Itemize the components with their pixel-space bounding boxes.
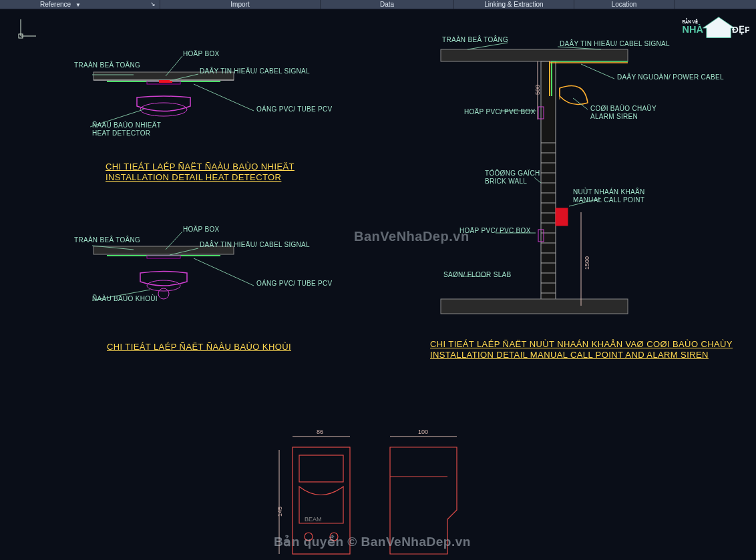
watermark-bottom: Bản quyền © BanVeNhaDep.vn bbox=[274, 534, 471, 549]
lbl2-box: HOÄP BOX bbox=[183, 226, 219, 233]
lbl3-wall2: BRICK WALL bbox=[485, 178, 527, 185]
svg-line-52 bbox=[581, 64, 614, 79]
title-smoke: CHI TIEÁT LAÉP ÑAËT ÑAÀU BAÙO KHOÙI bbox=[107, 342, 291, 352]
svg-line-23 bbox=[194, 258, 254, 286]
ribbon-location[interactable]: Location bbox=[574, 0, 675, 9]
lbl-det2: HEAT DETECTOR bbox=[92, 129, 150, 137]
dialog-launcher-icon[interactable]: ↘ bbox=[150, 1, 156, 7]
dim4-w2: 100 bbox=[418, 429, 428, 435]
lbl3-power: DAÂY NGUOÀN/ POWER CABEL bbox=[617, 73, 724, 81]
lbl3-ceiling: TRAÀN BEÂ TOÂNG bbox=[442, 36, 508, 43]
ribbon-data[interactable]: Data bbox=[321, 0, 454, 9]
watermark-center: BanVeNhaDep.vn bbox=[354, 229, 469, 244]
lbl3-mcp2: MANUAL CALL POINT bbox=[573, 196, 644, 204]
ribbon-linking[interactable]: Linking & Extraction bbox=[454, 0, 574, 9]
svg-rect-25 bbox=[441, 49, 628, 61]
lbl3-pvc2: HOÄP PVC/ PVC BOX bbox=[459, 227, 531, 234]
dim4-w1: 86 bbox=[317, 429, 323, 435]
ribbon-label: Import bbox=[230, 1, 249, 8]
ribbon-label: Linking & Extraction bbox=[484, 1, 543, 8]
lbl3-mcp1: NUÙT NHAÁN KHAÅN bbox=[573, 188, 644, 196]
lbl2-det: ÑAÀU BAÙO KHOÙI bbox=[92, 295, 158, 302]
lbl3-wall1: TÖÔØNG GAÏCH bbox=[485, 170, 540, 177]
title-mcp2: INSTALLATION DETAIL MANUAL CALL POINT AN… bbox=[430, 350, 709, 360]
ribbon-reference[interactable]: Reference ▼ ↘ bbox=[0, 0, 160, 9]
svg-rect-60 bbox=[299, 455, 343, 482]
title-heat2: INSTALLATION DETAIL HEAT DETECTOR bbox=[106, 172, 281, 182]
drawing-layer bbox=[0, 9, 756, 560]
ribbon-label: Reference bbox=[40, 1, 71, 8]
title-mcp1: CHI TIEÁT LAÉP ÑAËT NUÙT NHAÁN KHAÅN VAØ… bbox=[430, 339, 733, 349]
drawing-canvas[interactable]: BẢN VẼ NHÀ ĐẸP bbox=[0, 9, 756, 560]
title-heat1: CHI TIEÁT LAÉP ÑAËT ÑAÀU BAÙO NHIEÄT bbox=[106, 162, 295, 172]
lbl-signal: DAÂY TIN HIEÄU/ CABEL SIGNAL bbox=[200, 67, 310, 75]
svg-line-55 bbox=[534, 178, 541, 183]
lbl3-signal: DAÂY TIN HIEÄU/ CABEL SIGNAL bbox=[560, 40, 670, 47]
lbl2-signal: DAÂY TIN HIEÄU/ CABEL SIGNAL bbox=[200, 241, 310, 248]
lbl2-tube: OÁNG PVC/ TUBE PCV bbox=[256, 280, 333, 287]
lbl3-siren2: ALARM SIREN bbox=[590, 113, 638, 120]
dim3-top: 500 bbox=[534, 85, 541, 95]
lbl3-pvc: HOÄP PVC/ PVC BOX bbox=[464, 108, 536, 115]
lbl3-siren1: COØI BAÙO CHAÙY bbox=[590, 105, 656, 112]
lbl3-floor: SAØN/ FLOOR SLAB bbox=[443, 271, 512, 278]
svg-rect-43 bbox=[441, 299, 628, 314]
chevron-down-icon: ▼ bbox=[75, 2, 81, 8]
ribbon-import[interactable]: Import bbox=[160, 0, 321, 9]
svg-line-13 bbox=[194, 84, 254, 111]
svg-line-50 bbox=[467, 43, 508, 49]
ribbon-label: Location bbox=[612, 1, 637, 8]
lbl-beam: BEAM bbox=[305, 516, 322, 523]
lbl-tube: OÁNG PVC/ TUBE PCV bbox=[256, 105, 333, 113]
svg-rect-46 bbox=[556, 208, 568, 226]
ribbon-label: Data bbox=[380, 1, 394, 8]
dim4-h: 145 bbox=[276, 507, 283, 517]
svg-point-19 bbox=[158, 288, 169, 299]
svg-rect-26 bbox=[541, 61, 556, 306]
lbl-ceiling: TRAÀN BEÂ TOÂNG bbox=[74, 61, 140, 69]
lbl2-ceiling: TRAÀN BEÂ TOÂNG bbox=[74, 236, 140, 244]
dim3-side: 1500 bbox=[584, 256, 590, 270]
lbl-box: HOÄP BOX bbox=[183, 50, 219, 57]
ribbon-tabs: Reference ▼ ↘ Import Data Linking & Extr… bbox=[0, 0, 756, 9]
lbl-det1: ÑAÀU BAÙO NHIEÄT bbox=[92, 121, 161, 129]
